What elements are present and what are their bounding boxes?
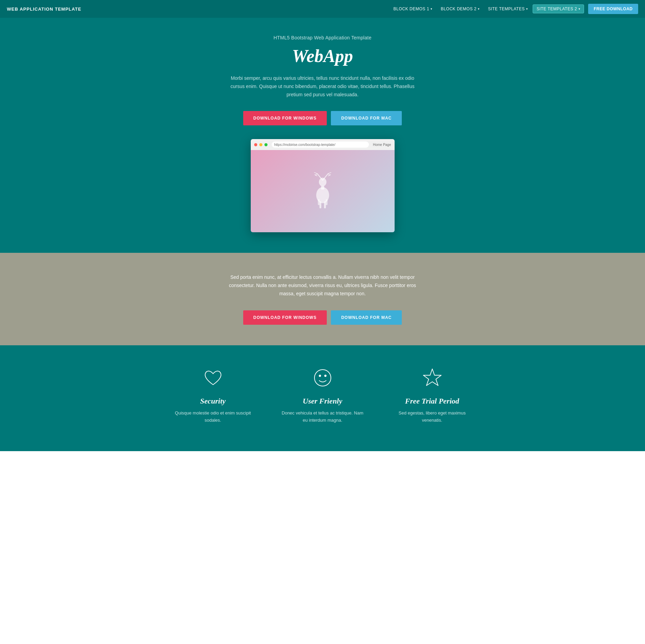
free-download-button[interactable]: FREE DOWNLOAD xyxy=(588,4,638,14)
browser-home-label: Home Page xyxy=(373,143,391,147)
browser-bar: https://mobirise.com/bootstrap-template/… xyxy=(251,139,395,150)
chevron-down-icon: ▾ xyxy=(431,7,433,11)
chevron-down-icon: ▾ xyxy=(526,7,528,11)
free-trial-icon-wrapper xyxy=(420,366,444,390)
navbar: WEB APPLICATION TEMPLATE BLOCK DEMOS 1 ▾… xyxy=(0,0,645,18)
security-icon-wrapper xyxy=(201,366,225,390)
download-windows-button-grey[interactable]: DOWNLOAD FOR WINDOWS xyxy=(243,310,327,325)
svg-rect-13 xyxy=(318,199,320,205)
svg-rect-11 xyxy=(319,201,321,208)
chevron-down-icon: ▾ xyxy=(478,7,480,11)
smiley-icon xyxy=(312,368,333,388)
svg-line-1 xyxy=(314,172,317,174)
user-friendly-icon-wrapper xyxy=(311,366,335,390)
nav-site-templates-2-active[interactable]: SITE TEMPLATES 2 ▾ xyxy=(533,4,584,13)
hero-subtitle: HTML5 Bootstrap Web Application Template xyxy=(7,35,638,40)
svg-rect-14 xyxy=(325,199,327,205)
feature-free-trial: Free Trial Period Sed egestas, libero eg… xyxy=(391,366,473,424)
svg-point-16 xyxy=(319,375,321,376)
hero-description: Morbi semper, arcu quis varius ultricies… xyxy=(227,74,419,99)
svg-rect-12 xyxy=(324,201,326,208)
hero-title: WebApp xyxy=(7,46,638,66)
feature-desc-user-friendly: Donec vehicula et tellus ac tristique. N… xyxy=(282,410,364,424)
features-section: Security Quisque molestie odio et enim s… xyxy=(0,345,645,451)
download-mac-button-hero[interactable]: DOWNLOAD FOR MAC xyxy=(331,111,402,125)
browser-dot-red xyxy=(254,143,257,146)
browser-dot-green xyxy=(264,143,268,146)
nav-block-demos-2[interactable]: BLOCK DEMOS 2 ▾ xyxy=(437,4,483,13)
svg-line-5 xyxy=(328,172,331,174)
feature-desc-free-trial: Sed egestas, libero eget maximus venenat… xyxy=(391,410,473,424)
svg-marker-18 xyxy=(423,369,441,386)
heart-icon xyxy=(203,368,223,388)
feature-security: Security Quisque molestie odio et enim s… xyxy=(172,366,254,424)
feature-title-security: Security xyxy=(172,397,254,406)
hero-section: HTML5 Bootstrap Web Application Template… xyxy=(0,18,645,253)
star-icon xyxy=(422,368,443,388)
grey-section: Sed porta enim nunc, at efficitur lectus… xyxy=(0,253,645,345)
feature-desc-security: Quisque molestie odio et enim suscipit s… xyxy=(172,410,254,424)
browser-mockup: https://mobirise.com/bootstrap-template/… xyxy=(251,139,395,232)
feature-user-friendly: User Frienly Donec vehicula et tellus ac… xyxy=(282,366,364,424)
grey-description: Sed porta enim nunc, at efficitur lectus… xyxy=(223,273,422,298)
svg-point-17 xyxy=(324,375,326,376)
svg-point-8 xyxy=(319,178,326,186)
browser-content xyxy=(251,150,395,232)
deer-illustration xyxy=(309,172,336,210)
nav-site-templates[interactable]: SITE TEMPLATES ▾ xyxy=(485,4,532,13)
chevron-down-icon: ▾ xyxy=(579,7,581,11)
download-windows-button-hero[interactable]: DOWNLOAD FOR WINDOWS xyxy=(243,111,327,125)
browser-url-bar: https://mobirise.com/bootstrap-template/ xyxy=(272,141,369,148)
browser-dot-yellow xyxy=(259,143,262,146)
download-mac-button-grey[interactable]: DOWNLOAD FOR MAC xyxy=(331,310,402,325)
nav-block-demos-1[interactable]: BLOCK DEMOS 1 ▾ xyxy=(390,4,436,13)
feature-title-user-friendly: User Frienly xyxy=(282,397,364,406)
grey-buttons: DOWNLOAD FOR WINDOWS DOWNLOAD FOR MAC xyxy=(7,310,638,325)
feature-title-free-trial: Free Trial Period xyxy=(391,397,473,406)
hero-buttons: DOWNLOAD FOR WINDOWS DOWNLOAD FOR MAC xyxy=(7,111,638,125)
svg-point-15 xyxy=(314,370,331,386)
brand: WEB APPLICATION TEMPLATE xyxy=(7,7,81,12)
features-grid: Security Quisque molestie odio et enim s… xyxy=(169,366,477,424)
nav-links: BLOCK DEMOS 1 ▾ BLOCK DEMOS 2 ▾ SITE TEM… xyxy=(390,4,638,14)
